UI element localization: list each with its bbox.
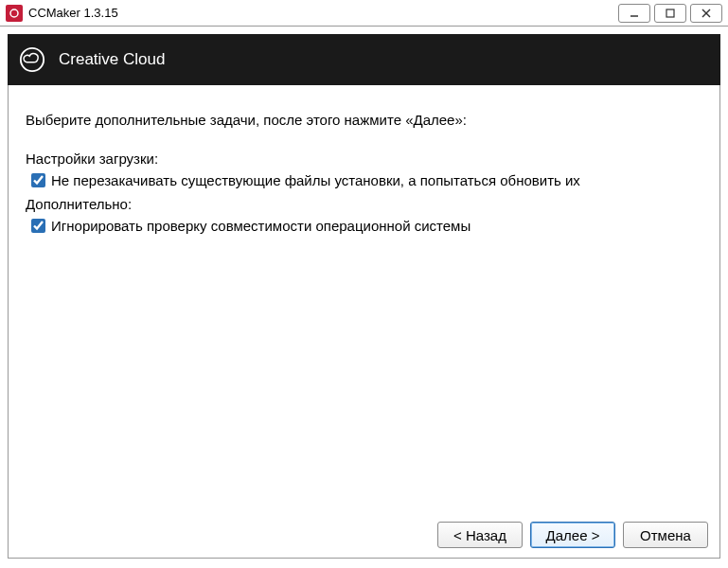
button-row: < Назад Далее > Отмена [437, 522, 708, 548]
back-button[interactable]: < Назад [437, 522, 523, 548]
window-controls [618, 4, 722, 23]
creative-cloud-icon [19, 46, 45, 73]
cancel-button[interactable]: Отмена [623, 522, 708, 548]
titlebar: CCMaker 1.3.15 [0, 0, 728, 27]
group-label-download: Настройки загрузки: [26, 151, 702, 167]
checkbox-row-ignore-os[interactable]: Игнорировать проверку совместимости опер… [26, 218, 702, 234]
next-button[interactable]: Далее > [530, 522, 615, 548]
maximize-button[interactable] [654, 4, 686, 23]
close-button[interactable] [690, 4, 722, 23]
checkbox-ignore-os[interactable] [31, 219, 45, 233]
checkbox-label: Не перезакачивать существующие файлы уст… [51, 172, 580, 188]
window-title: CCMaker 1.3.15 [28, 6, 618, 20]
svg-rect-2 [666, 9, 674, 17]
svg-point-0 [10, 9, 18, 17]
checkbox-no-redownload[interactable] [31, 173, 45, 187]
checkbox-label: Игнорировать проверку совместимости опер… [51, 218, 471, 234]
group-label-additional: Дополнительно: [26, 196, 702, 212]
banner: Creative Cloud [8, 34, 720, 85]
app-icon [6, 5, 23, 22]
main-panel: Выберите дополнительные задачи, после эт… [8, 85, 720, 559]
banner-title: Creative Cloud [59, 50, 165, 69]
checkbox-row-download[interactable]: Не перезакачивать существующие файлы уст… [26, 172, 702, 188]
minimize-button[interactable] [618, 4, 650, 23]
instruction-text: Выберите дополнительные задачи, после эт… [26, 112, 702, 128]
